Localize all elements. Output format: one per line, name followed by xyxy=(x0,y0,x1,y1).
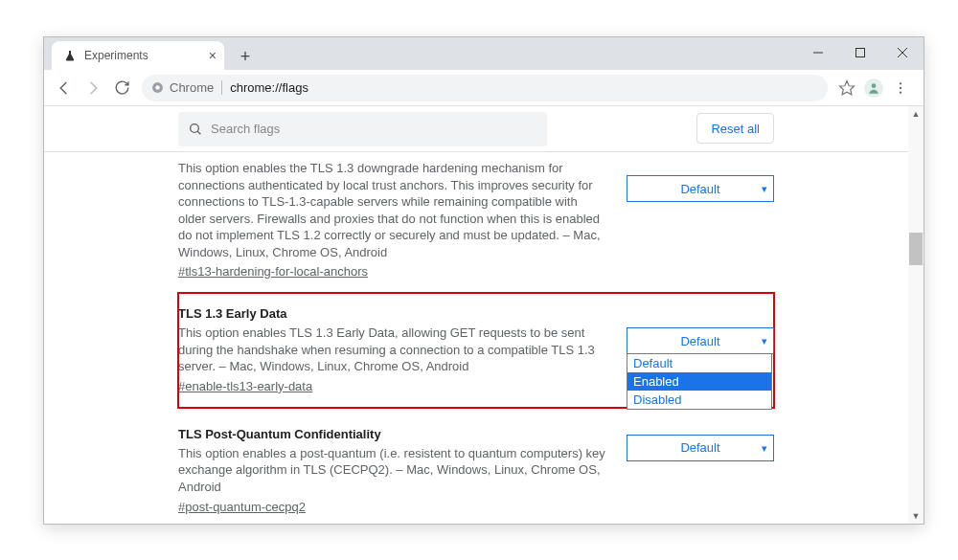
flag-hash-link[interactable]: #tls13-hardening-for-local-anchors xyxy=(178,264,368,279)
flag-state-value: Default xyxy=(680,440,719,455)
flag-description: This option enables a post-quantum (i.e.… xyxy=(178,445,607,496)
kebab-menu-icon[interactable] xyxy=(887,75,914,101)
back-button[interactable] xyxy=(50,74,79,102)
chrome-icon xyxy=(151,81,164,94)
tab-title: Experiments xyxy=(84,49,148,62)
browser-tab[interactable]: Experiments × xyxy=(52,41,224,70)
scrollbar-thumb[interactable] xyxy=(909,233,923,265)
flag-state-select[interactable]: Default ▾ xyxy=(627,175,774,202)
svg-line-12 xyxy=(197,131,200,134)
flag-text: TLS Post-Quantum Confidentiality This op… xyxy=(178,427,627,515)
flag-description: This option enables TLS 1.3 Early Data, … xyxy=(178,325,607,375)
svg-point-10 xyxy=(900,91,901,93)
flag-hash-link[interactable]: #enable-tls13-early-data xyxy=(178,379,312,393)
flask-icon xyxy=(63,49,77,62)
bookmark-star-icon[interactable] xyxy=(833,75,860,101)
flags-search-box[interactable] xyxy=(178,112,547,146)
flag-item-highlighted: TLS 1.3 Early Data This option enables T… xyxy=(178,293,774,408)
profile-avatar[interactable] xyxy=(864,78,883,98)
flag-select-wrap: Default ▾ Default Enabled Disabled xyxy=(627,306,774,394)
flag-state-value: Default xyxy=(680,334,719,348)
search-icon xyxy=(188,122,203,137)
dropdown-option-enabled[interactable]: Enabled xyxy=(627,372,771,391)
flag-state-select[interactable]: Default ▾ xyxy=(627,327,774,354)
flag-state-value: Default xyxy=(680,182,719,196)
toolbar-right xyxy=(833,75,918,101)
close-tab-icon[interactable]: × xyxy=(209,48,217,63)
svg-point-8 xyxy=(900,82,901,84)
chevron-down-icon: ▾ xyxy=(762,183,767,195)
flag-select-wrap: Default ▾ xyxy=(627,160,774,280)
svg-point-9 xyxy=(900,86,901,88)
flag-description: This option enables the TLS 1.3 downgrad… xyxy=(178,160,607,260)
flag-item: This option enables the TLS 1.3 downgrad… xyxy=(178,160,774,293)
flags-search-input[interactable] xyxy=(211,122,537,136)
close-window-button[interactable] xyxy=(881,37,924,68)
flag-text: TLS 1.3 Early Data This option enables T… xyxy=(178,306,627,394)
flag-title: TLS 1.3 Early Data xyxy=(178,306,607,321)
svg-point-7 xyxy=(872,83,877,88)
content-area: Reset all This option enables the TLS 1.… xyxy=(44,106,924,524)
maximize-button[interactable] xyxy=(839,37,881,68)
chevron-down-icon: ▾ xyxy=(762,441,767,454)
site-info-chip[interactable]: Chrome xyxy=(151,80,222,95)
browser-window: Experiments × + xyxy=(43,36,924,525)
flag-text: This option enables the TLS 1.3 downgrad… xyxy=(178,160,627,280)
toolbar: Chrome chrome://flags xyxy=(44,70,924,106)
flag-select-wrap: Default ▾ xyxy=(627,427,774,515)
address-bar[interactable]: Chrome chrome://flags xyxy=(142,75,828,101)
reset-all-label: Reset all xyxy=(711,122,760,136)
dropdown-option-default[interactable]: Default xyxy=(627,354,771,372)
dropdown-option-disabled[interactable]: Disabled xyxy=(627,391,771,409)
scroll-up-arrow-icon[interactable]: ▲ xyxy=(908,106,924,122)
flag-hash-link[interactable]: #post-quantum-cecpq2 xyxy=(178,500,306,514)
svg-point-11 xyxy=(191,123,199,132)
scrollbar[interactable]: ▲ ▼ xyxy=(908,106,924,524)
flags-header: Reset all xyxy=(44,106,924,152)
scroll-down-arrow-icon[interactable]: ▼ xyxy=(908,508,924,524)
minimize-button[interactable] xyxy=(797,37,839,68)
chevron-down-icon: ▾ xyxy=(762,335,767,347)
reset-all-button[interactable]: Reset all xyxy=(696,113,774,144)
flag-state-dropdown: Default Enabled Disabled xyxy=(627,353,772,410)
reload-button[interactable] xyxy=(107,74,136,102)
flag-item: TLS Post-Quantum Confidentiality This op… xyxy=(178,408,774,524)
svg-rect-1 xyxy=(856,49,865,57)
flags-list: This option enables the TLS 1.3 downgrad… xyxy=(44,152,924,524)
svg-marker-6 xyxy=(840,80,855,94)
omnibox-url: chrome://flags xyxy=(230,80,308,95)
titlebar: Experiments × + xyxy=(44,37,924,70)
svg-point-5 xyxy=(155,85,159,89)
new-tab-button[interactable]: + xyxy=(232,43,259,70)
window-controls xyxy=(797,37,924,68)
omnibox-origin-label: Chrome xyxy=(170,80,214,95)
forward-button[interactable] xyxy=(79,74,107,102)
flag-state-select[interactable]: Default ▾ xyxy=(627,435,774,461)
flag-title: TLS Post-Quantum Confidentiality xyxy=(178,427,607,441)
